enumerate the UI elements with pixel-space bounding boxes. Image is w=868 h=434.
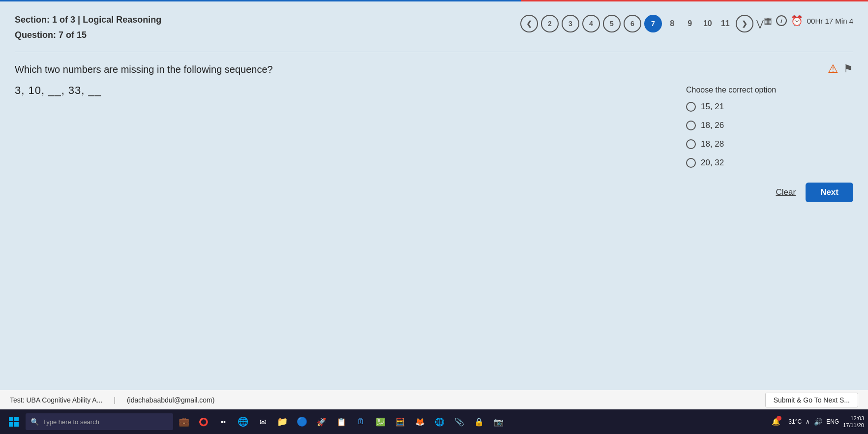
section-of: of bbox=[60, 15, 70, 25]
tray-expand-icon[interactable]: ∧ bbox=[806, 418, 810, 425]
alert-icon: ⚠ bbox=[828, 62, 838, 76]
prev-nav-button[interactable]: ❮ bbox=[520, 15, 538, 32]
question-label-text: Question: bbox=[15, 30, 56, 40]
edge-icon[interactable]: 🌐 bbox=[234, 413, 252, 431]
question-sequence: 3, 10, __, 33, __ bbox=[15, 84, 666, 97]
status-bar: Test: UBA Cognitive Ability A... | (idac… bbox=[0, 390, 868, 409]
volume-icon[interactable]: 🔊 bbox=[814, 418, 822, 426]
chrome-icon[interactable]: 🔵 bbox=[293, 413, 311, 431]
section-info: Section: 1 of 3 | Logical Reasoning bbox=[15, 15, 520, 25]
center-nav: ❮ 2 3 4 5 6 7 8 9 10 11 ❯ ⋁ bbox=[520, 15, 764, 32]
test-name: Test: UBA Cognitive Ability A... bbox=[10, 396, 102, 404]
next-nav-button[interactable]: ❯ bbox=[736, 15, 753, 32]
options-panel: ⚠ ⚑ Choose the correct option 15, 21 18,… bbox=[686, 62, 853, 202]
question-row: Question: 7 of 15 bbox=[15, 30, 520, 40]
separator: | bbox=[114, 396, 116, 404]
option-value-1: 15, 21 bbox=[701, 102, 724, 112]
flag-icon[interactable]: ⚑ bbox=[843, 62, 853, 75]
main-content: Section: 1 of 3 | Logical Reasoning Ques… bbox=[0, 0, 868, 404]
alert-row: ⚠ ⚑ bbox=[686, 62, 853, 76]
header-top: Section: 1 of 3 | Logical Reasoning Ques… bbox=[15, 10, 853, 48]
taskview-icon[interactable]: ▪▪ bbox=[214, 413, 232, 431]
timer-icon: ⏰ bbox=[791, 15, 803, 27]
app-icon-9[interactable]: 🔒 bbox=[470, 413, 488, 431]
info-icon[interactable]: i bbox=[776, 15, 787, 26]
section-label: Section: bbox=[15, 15, 50, 25]
app-icon-10[interactable]: 📷 bbox=[490, 413, 508, 431]
filter-icon[interactable]: ⋁ bbox=[756, 18, 764, 29]
question-label: Question: 7 of 15 bbox=[15, 30, 87, 40]
radio-opt2[interactable] bbox=[686, 121, 696, 130]
temperature-display: 31°C bbox=[788, 418, 802, 425]
submit-go-to-next-button[interactable]: Submit & Go To Next S... bbox=[765, 393, 858, 407]
cortana-icon[interactable]: ⭕ bbox=[195, 413, 212, 431]
nav-btn-5[interactable]: 5 bbox=[603, 15, 621, 32]
radio-opt1[interactable] bbox=[686, 102, 696, 112]
question-prompt: Which two numbers are missing in the fol… bbox=[15, 62, 666, 77]
radio-opt4[interactable] bbox=[686, 158, 696, 168]
app-icon-5[interactable]: 🧮 bbox=[391, 413, 409, 431]
question-current: 7 bbox=[59, 30, 63, 40]
search-icon: 🔍 bbox=[30, 418, 39, 426]
nav-num-11: 11 bbox=[718, 15, 733, 32]
taskbar-clock: 12:03 17/11/20 bbox=[843, 415, 864, 429]
app-icon-3[interactable]: 🗓 bbox=[352, 413, 370, 431]
nav-num-10: 10 bbox=[700, 15, 715, 32]
right-tools: ▦ i ⏰ 00Hr 17 Min 4 bbox=[764, 15, 853, 27]
test-info: Test: UBA Cognitive Ability A... | (idac… bbox=[10, 396, 214, 404]
nav-btn-3[interactable]: 3 bbox=[562, 15, 579, 32]
app-icon-8[interactable]: 📎 bbox=[450, 413, 468, 431]
svg-rect-3 bbox=[14, 422, 19, 427]
taskbar-search-bar[interactable]: 🔍 Type here to search bbox=[26, 413, 173, 430]
folder-icon[interactable]: 📁 bbox=[273, 413, 291, 431]
nav-num-9: 9 bbox=[683, 15, 697, 32]
question-navigation: ❮ 2 3 4 5 6 7 8 9 10 11 ❯ ⋁ bbox=[520, 15, 764, 32]
question-of: of bbox=[66, 30, 77, 40]
option-item-1[interactable]: 15, 21 bbox=[686, 102, 853, 112]
option-value-2: 18, 26 bbox=[701, 121, 724, 130]
taskbar: 🔍 Type here to search 💼 ⭕ ▪▪ 🌐 ✉ 📁 🔵 🚀 📋… bbox=[0, 409, 868, 434]
language-display: ENG bbox=[826, 418, 839, 425]
clear-button[interactable]: Clear bbox=[776, 187, 796, 197]
nav-btn-6[interactable]: 6 bbox=[624, 15, 641, 32]
next-button[interactable]: Next bbox=[806, 183, 853, 202]
svg-rect-0 bbox=[9, 417, 13, 421]
app-icon-7[interactable]: 🌐 bbox=[431, 413, 449, 431]
section-separator: | bbox=[78, 15, 83, 25]
clock-time: 12:03 bbox=[843, 415, 864, 422]
briefcase-icon[interactable]: 💼 bbox=[175, 413, 193, 431]
option-value-4: 20, 32 bbox=[701, 158, 724, 168]
option-item-4[interactable]: 20, 32 bbox=[686, 158, 853, 168]
nav-btn-2[interactable]: 2 bbox=[541, 15, 559, 32]
app-icon-1[interactable]: 🚀 bbox=[313, 413, 330, 431]
options-label: Choose the correct option bbox=[686, 86, 853, 94]
section-current: 1 bbox=[52, 15, 57, 25]
app-icon-6[interactable]: 🦊 bbox=[411, 413, 429, 431]
action-buttons: Clear Next bbox=[686, 183, 853, 202]
question-total: 15 bbox=[77, 30, 87, 40]
taskbar-icons: 💼 ⭕ ▪▪ 🌐 ✉ 📁 🔵 🚀 📋 🗓 💹 🧮 🦊 🌐 📎 🔒 📷 bbox=[175, 413, 765, 431]
content-layout: Which two numbers are missing in the fol… bbox=[15, 62, 853, 202]
app-icon-4[interactable]: 💹 bbox=[372, 413, 389, 431]
windows-start-button[interactable] bbox=[4, 412, 24, 432]
option-item-2[interactable]: 18, 26 bbox=[686, 121, 853, 130]
radio-opt3[interactable] bbox=[686, 139, 696, 149]
mail-icon[interactable]: ✉ bbox=[254, 413, 271, 431]
section-total: 3 bbox=[70, 15, 75, 25]
nav-btn-4[interactable]: 4 bbox=[582, 15, 600, 32]
section-name: Logical Reasoning bbox=[83, 15, 161, 25]
question-area: Which two numbers are missing in the fol… bbox=[15, 62, 686, 202]
timer-display: 00Hr 17 Min 4 bbox=[807, 17, 853, 25]
divider bbox=[15, 52, 853, 52]
option-item-3[interactable]: 18, 28 bbox=[686, 139, 853, 149]
notification-icon[interactable]: 🔔 bbox=[767, 413, 784, 431]
nav-num-8: 8 bbox=[665, 15, 680, 32]
left-section: Section: 1 of 3 | Logical Reasoning Ques… bbox=[15, 15, 520, 48]
nav-btn-7[interactable]: 7 bbox=[644, 15, 662, 32]
app-icon-2[interactable]: 📋 bbox=[332, 413, 350, 431]
user-email: (idachabaabdul@gmail.com) bbox=[127, 396, 214, 404]
top-stripe bbox=[0, 0, 868, 1]
options-list: 15, 21 18, 26 18, 28 20, 32 bbox=[686, 102, 853, 168]
clock-date: 17/11/20 bbox=[843, 422, 864, 429]
calculator-icon[interactable]: ▦ bbox=[764, 15, 772, 26]
